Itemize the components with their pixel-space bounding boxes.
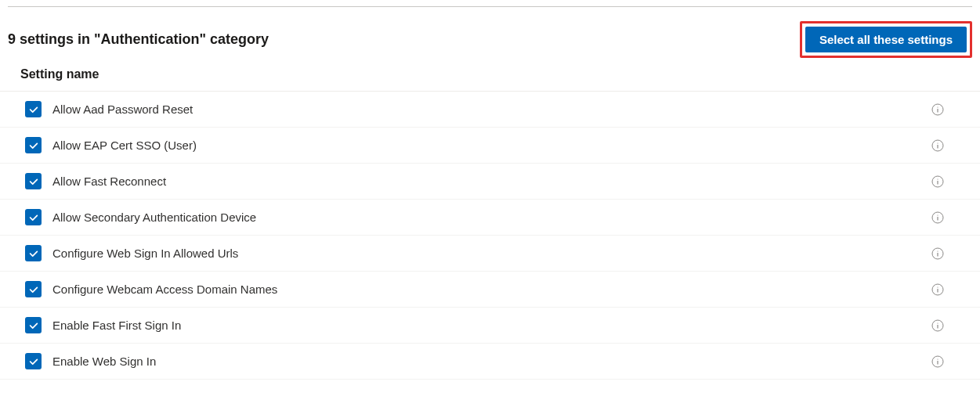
setting-checkbox[interactable] xyxy=(25,209,42,225)
setting-checkbox[interactable] xyxy=(25,173,42,189)
svg-point-22 xyxy=(937,358,938,359)
setting-row[interactable]: Configure Webcam Access Domain Names xyxy=(0,272,980,308)
info-icon[interactable] xyxy=(931,211,944,224)
setting-row-left: Configure Webcam Access Domain Names xyxy=(25,281,277,297)
checkmark-icon xyxy=(28,212,39,223)
checkmark-icon xyxy=(28,356,39,367)
setting-label: Configure Web Sign In Allowed Urls xyxy=(52,247,238,260)
checkmark-icon xyxy=(28,140,39,151)
setting-row-left: Allow Secondary Authentication Device xyxy=(25,209,256,225)
setting-checkbox[interactable] xyxy=(25,317,42,333)
checkmark-icon xyxy=(28,248,39,259)
select-all-button[interactable]: Select all these settings xyxy=(805,27,967,52)
info-icon[interactable] xyxy=(931,247,944,260)
setting-label: Allow Secondary Authentication Device xyxy=(52,211,256,224)
checkmark-icon xyxy=(28,284,39,295)
info-icon[interactable] xyxy=(931,355,944,368)
svg-point-19 xyxy=(937,322,938,323)
column-header-setting-name[interactable]: Setting name xyxy=(0,66,980,92)
header-row: 9 settings in "Authentication" category … xyxy=(0,7,980,66)
setting-row[interactable]: Allow EAP Cert SSO (User) xyxy=(0,128,980,164)
setting-row-left: Enable Web Sign In xyxy=(25,353,156,369)
setting-row-left: Enable Fast First Sign In xyxy=(25,317,181,333)
list-spacer xyxy=(0,380,980,406)
checkmark-icon xyxy=(28,104,39,115)
info-icon[interactable] xyxy=(931,283,944,296)
setting-row[interactable]: Allow Fast Reconnect xyxy=(0,164,980,200)
setting-checkbox[interactable] xyxy=(25,353,42,369)
info-icon[interactable] xyxy=(931,139,944,152)
svg-point-16 xyxy=(937,286,938,287)
setting-checkbox[interactable] xyxy=(25,137,42,153)
checkmark-icon xyxy=(28,176,39,187)
checkmark-icon xyxy=(28,320,39,331)
setting-row[interactable]: Enable Web Sign In xyxy=(0,344,980,380)
svg-point-10 xyxy=(937,214,938,215)
category-summary: 9 settings in "Authentication" category xyxy=(8,31,269,48)
setting-row-left: Allow Fast Reconnect xyxy=(25,173,166,189)
setting-row[interactable]: Allow Secondary Authentication Device xyxy=(0,200,980,236)
svg-point-13 xyxy=(937,250,938,251)
info-icon[interactable] xyxy=(931,103,944,116)
setting-label: Configure Webcam Access Domain Names xyxy=(52,283,277,296)
setting-label: Enable Fast First Sign In xyxy=(52,319,181,332)
setting-row-left: Allow Aad Password Reset xyxy=(25,101,193,117)
setting-checkbox[interactable] xyxy=(25,101,42,117)
svg-point-7 xyxy=(937,178,938,179)
info-icon[interactable] xyxy=(931,319,944,332)
setting-row[interactable]: Configure Web Sign In Allowed Urls xyxy=(0,236,980,272)
settings-scroll-area[interactable]: Allow Aad Password ResetAllow EAP Cert S… xyxy=(0,92,980,406)
svg-point-4 xyxy=(937,142,938,143)
setting-checkbox[interactable] xyxy=(25,281,42,297)
settings-list-container: Allow Aad Password ResetAllow EAP Cert S… xyxy=(0,92,980,406)
info-icon[interactable] xyxy=(931,175,944,188)
setting-label: Allow Aad Password Reset xyxy=(52,103,193,116)
setting-row-left: Allow EAP Cert SSO (User) xyxy=(25,137,197,153)
setting-label: Allow EAP Cert SSO (User) xyxy=(52,139,197,152)
select-all-highlight: Select all these settings xyxy=(800,21,972,58)
svg-point-1 xyxy=(937,106,938,107)
setting-row[interactable]: Enable Fast First Sign In xyxy=(0,308,980,344)
setting-row-left: Configure Web Sign In Allowed Urls xyxy=(25,245,238,261)
setting-row[interactable]: Allow Aad Password Reset xyxy=(0,92,980,128)
setting-label: Enable Web Sign In xyxy=(52,355,156,368)
setting-checkbox[interactable] xyxy=(25,245,42,261)
setting-label: Allow Fast Reconnect xyxy=(52,175,166,188)
